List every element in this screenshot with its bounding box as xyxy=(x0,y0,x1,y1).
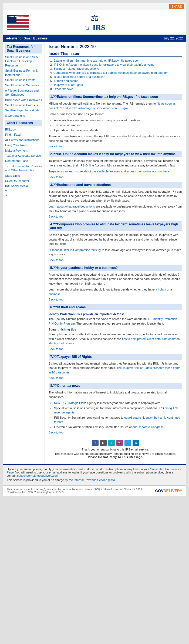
irs-header: ⚖ ☼ IRS xyxy=(3,10,186,35)
back-to-top-link-4[interactable]: Back to top xyxy=(49,258,63,262)
section1-bullets: An interactive assistant for answers to … xyxy=(54,118,182,133)
back-to-top-3: Back to top xyxy=(49,215,182,218)
irs-logo: ⚖ ☼ IRS xyxy=(29,13,160,32)
link-hobby-business[interactable]: a hobby or a business. xyxy=(49,288,172,296)
toc-link-8[interactable]: Other tax news xyxy=(53,87,73,91)
sidebar-link-webinars[interactable]: Small Business Webinars xyxy=(5,83,42,87)
back-to-top-link-1[interactable]: Back to top xyxy=(49,145,63,148)
section1-text3: Those who owe taxes and missed the April… xyxy=(49,134,182,143)
sidebar-link-retirement[interactable]: Retirement Plans xyxy=(5,159,42,163)
section2-heading: 2.??IRS Online Account makes it easy for… xyxy=(49,151,182,157)
list-item: IRS Security Summit renews warnings for … xyxy=(54,415,182,424)
footer-email-info: This email was sent to xxxxxx@gmail.com … xyxy=(7,488,155,494)
link-guard-identity[interactable]: guard against identity theft amid contin… xyxy=(54,416,180,424)
list-item: Special virtual sessions coming up for t… xyxy=(54,406,182,415)
back-to-top-6: Back to top xyxy=(49,347,182,351)
link-subscriberhelp[interactable]: subscriberhelp.govdelivery.com. xyxy=(17,474,59,477)
sidebar-link-small-business-self-employed[interactable]: Small Business and Self-Employed One-Sto… xyxy=(5,55,42,68)
section5-heading: 5.??Is your pastime a hobby or a busines… xyxy=(49,265,182,271)
back-to-top-link-7[interactable]: Back to top xyxy=(49,376,63,379)
section2-text2: Taxpayers can learn more about the avail… xyxy=(49,169,182,174)
section3-heading: 3.??Business-related travel deductions xyxy=(49,182,182,188)
sidebar-link-events[interactable]: Small Business Events xyxy=(5,78,42,82)
back-to-top-link-6[interactable]: Back to top xyxy=(49,347,63,351)
sidebar-link-products[interactable]: Small Business Products xyxy=(5,103,42,107)
link-irs-strategic-plan[interactable]: New IRS Strategic Plan xyxy=(54,401,85,405)
link-phishing-tips[interactable]: tips to help protect client data from co… xyxy=(49,337,180,345)
link-taxpayer-bill-of-rights[interactable]: The Taxpayer Bill of Rights presents the… xyxy=(49,366,180,374)
section8-bullets: New IRS Strategic Plan: Agency issues fi… xyxy=(54,401,182,429)
back-to-top-link-8[interactable]: Back to top xyxy=(49,431,63,434)
sidebar-link-forms-instructions[interactable]: Small Business Forms & Instructions xyxy=(5,69,42,77)
toc-link-4[interactable]: Companies who promise to eliminate tax d… xyxy=(53,71,168,74)
newsletter-date: July 22, 2022 xyxy=(164,36,183,40)
section4-text2: Dishonest Offer in Compromise mills try … xyxy=(49,248,182,257)
sidebar-link-payment[interactable]: Make a Payment xyxy=(5,149,42,153)
linkedin-icon[interactable]: in xyxy=(133,440,139,446)
sidebar-unknown1: ? xyxy=(5,189,42,193)
section8-heading: 8.??Other tax news xyxy=(49,383,182,389)
toc-link-5[interactable]: Is your pastime a hobby or a business? xyxy=(53,75,105,78)
toc-link-3[interactable]: Business-related travel deductions xyxy=(53,67,99,70)
sidebar-link-all-forms[interactable]: All Forms and Instructions xyxy=(5,138,42,142)
toc-item: Business-related travel deductions xyxy=(53,67,182,70)
section6-text2: Spear phishing scams affect all types of… xyxy=(49,332,182,346)
sidebar-link-find-it-fast[interactable]: Find it Fast! xyxy=(5,133,42,137)
back-to-top-4: Back to top xyxy=(49,258,182,262)
list-item: New IRS Strategic Plan: Agency issues fi… xyxy=(54,401,182,405)
sidebar-link-state-links[interactable]: State Links xyxy=(5,174,42,178)
section1-heading: 1.??Extension filers: Summertime tax hel… xyxy=(49,94,182,100)
link-irs[interactable]: Internal Revenue Service (IRS). xyxy=(74,478,116,482)
section4-text1: As the old saying goes: When something s… xyxy=(49,233,182,246)
back-to-top-link-3[interactable]: Back to top xyxy=(49,215,63,218)
sidebar-link-employees[interactable]: Businesses with Employees xyxy=(5,98,42,102)
back-to-top-link-2[interactable]: Back to top xyxy=(49,175,63,179)
social-thank-you: Thank you for subscribing to this IRS em… xyxy=(51,448,180,451)
section7-text1: By law, all taxpayers have fundamental r… xyxy=(49,361,182,375)
flag-icon xyxy=(7,15,29,30)
sidebar-link-irsgov[interactable]: IRS.gov xyxy=(5,128,42,132)
sidebar-link-self-employed[interactable]: Self-Employed Individuals xyxy=(5,108,42,112)
sidebar-link-corporations[interactable]: S Corporations xyxy=(5,114,42,118)
subscription-box: Update your subscriptions, modify your p… xyxy=(3,464,186,485)
social-section: f ▶ Q 📷 🐦 in Thank you for subscribing t… xyxy=(49,437,182,461)
section6-heading: 6.??ID theft and scams xyxy=(49,304,182,310)
link-online-account[interactable]: Taxpayers can learn more about the avail… xyxy=(49,170,170,173)
subscription-text1: Update your subscriptions, modify your p… xyxy=(7,468,182,477)
sidebar-link-taxpayer-advocate[interactable]: Taxpayer Advocate Service xyxy=(5,154,42,158)
back-to-top-1: Back to top xyxy=(49,145,182,148)
link-subscriber-preferences[interactable]: Subscriber Preferences Page. xyxy=(7,468,181,474)
link-annual-report[interactable]: annual report to Congress xyxy=(129,425,164,429)
link-file-soon[interactable]: file as soon as possible ? and to take a… xyxy=(49,102,176,110)
sidebar-link-efile[interactable]: e-File for Businesses and Self-Employed xyxy=(5,89,42,97)
youtube-icon[interactable]: ▶ xyxy=(100,440,107,446)
link-hiring[interactable]: hiring 470 revenue agents. xyxy=(54,406,178,414)
sidebar-link-filing[interactable]: Filing Your Taxes xyxy=(5,143,42,147)
back-to-top-link-5[interactable]: Back to top xyxy=(49,298,63,301)
instagram-icon[interactable]: 📷 xyxy=(116,440,123,446)
inside-title: Inside This Issue xyxy=(49,51,182,57)
toc-item: IRS Online Account makes it easy for tax… xyxy=(53,63,182,66)
sidebar-section2-title: Other Resources xyxy=(5,120,42,126)
toc-link-6[interactable]: ID theft and scams xyxy=(53,79,78,82)
toc-link-1[interactable]: Extension filers: Summertime tax help on… xyxy=(53,59,140,62)
sidebar-link-ssa-irs[interactable]: SSA/IRS Reporter xyxy=(5,179,42,183)
facebook-icon[interactable]: f xyxy=(92,440,99,446)
irs-logo-text: ☼ IRS xyxy=(29,23,160,32)
link-ip-pin[interactable]: IRS Identity Protection PIN Opt-In Progr… xyxy=(49,317,177,325)
link-dishonest-offer[interactable]: Dishonest Offer in Compromise mills xyxy=(49,248,97,252)
sidebar-link-charities[interactable]: Tax Information for Charities and Other … xyxy=(5,164,42,173)
qq-icon[interactable]: Q xyxy=(108,440,115,446)
toc-link-7[interactable]: Taxpayer Bill of Rights xyxy=(53,83,83,86)
share-button[interactable]: SHARE xyxy=(169,4,184,9)
toc-link-2[interactable]: IRS Online Account makes it easy for tax… xyxy=(53,63,154,66)
section8-intro: The following information may be of inte… xyxy=(49,390,182,399)
section2-text1: Taxpayers wanting to check their account… xyxy=(49,159,182,168)
sidebar-link-social-media[interactable]: IRS Social Media xyxy=(5,184,42,188)
twitter-icon[interactable]: 🐦 xyxy=(124,440,131,446)
toc-item: Other tax news xyxy=(53,87,182,91)
section6-text1: The Security Summit partners want everyo… xyxy=(49,317,182,326)
newsletter-bar: e-News for Small Business July 22, 2022 xyxy=(3,35,186,42)
toc-item: Companies who promise to eliminate tax d… xyxy=(53,71,182,74)
link-travel-deductions[interactable]: Learn about what travel deductions xyxy=(49,205,95,208)
